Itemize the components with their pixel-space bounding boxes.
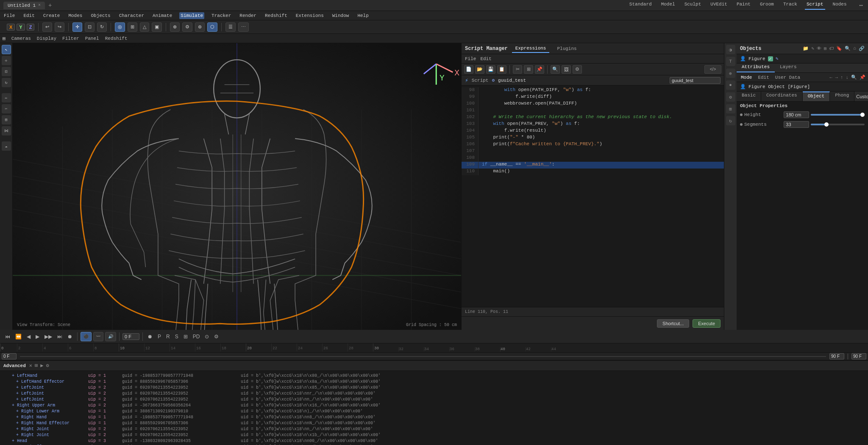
bridge-tool[interactable]: ⋈ bbox=[2, 126, 11, 135]
poly-btn[interactable]: ▣ bbox=[152, 22, 162, 32]
menu-edit[interactable]: Edit bbox=[22, 12, 36, 19]
ri-add-btn[interactable]: ⊕ bbox=[726, 69, 735, 78]
settings-btn[interactable]: ⚙ bbox=[182, 22, 192, 32]
script-misc-btn[interactable]: ⚙ bbox=[573, 65, 582, 74]
height-slider[interactable] bbox=[811, 114, 865, 116]
layers-tab[interactable]: Layers bbox=[775, 64, 802, 72]
tl-config-btn[interactable]: ⚙ bbox=[212, 333, 220, 340]
tl-last-btn[interactable]: ⏭ bbox=[56, 333, 64, 340]
scale-tool[interactable]: ⊡ bbox=[2, 67, 11, 76]
nav-up-btn[interactable]: ↑ bbox=[840, 75, 843, 80]
user-data-btn[interactable]: User Data bbox=[773, 75, 802, 80]
script-open-btn[interactable]: 📂 bbox=[475, 65, 484, 74]
rotate-tool[interactable]: ↻ bbox=[2, 78, 11, 87]
menu-render[interactable]: Render bbox=[238, 12, 258, 19]
line-content-100[interactable]: webbrowser.open(PATH_DIFF) bbox=[479, 101, 577, 108]
line-content-109[interactable]: if __name__ == '__main__': bbox=[479, 162, 555, 169]
mode-model[interactable]: Model bbox=[659, 1, 677, 10]
obj-file-icon[interactable]: 📁 bbox=[803, 46, 809, 51]
obj-view-icon[interactable]: 👁 bbox=[817, 46, 821, 51]
ri-rotate-btn[interactable]: ↻ bbox=[726, 116, 735, 125]
coordinates-tab[interactable]: Coordinates bbox=[761, 91, 803, 101]
console-copy-btn[interactable]: ⊞ bbox=[35, 362, 38, 369]
script-save-btn[interactable]: 💾 bbox=[486, 65, 495, 74]
filter-btn[interactable]: Filter bbox=[62, 36, 79, 41]
script-cut-btn[interactable]: ✂ bbox=[513, 65, 522, 74]
tl-sel-btn[interactable]: ⊙ bbox=[203, 333, 211, 340]
line-content-105[interactable]: print("-" * 80) bbox=[479, 135, 535, 141]
nav-fwd-btn[interactable]: → bbox=[835, 75, 838, 80]
more-btn[interactable]: ⋯ bbox=[238, 22, 249, 32]
line-content-104[interactable]: f.write(result) bbox=[479, 128, 546, 135]
console-settings-btn[interactable]: ⚙ bbox=[46, 362, 49, 369]
mode-uvedit[interactable]: UVEdit bbox=[709, 1, 729, 10]
nav-down-btn[interactable]: ↓ bbox=[846, 75, 849, 80]
redo-btn[interactable]: ↪ bbox=[55, 22, 64, 32]
move-tool[interactable]: ✛ bbox=[2, 56, 11, 65]
edit-btn[interactable]: Edit bbox=[756, 75, 771, 80]
undo-btn[interactable]: ↩ bbox=[42, 22, 52, 32]
tl-pos-btn[interactable]: P bbox=[156, 333, 163, 340]
rotate-tool-btn[interactable]: ↻ bbox=[97, 22, 107, 32]
mode-btn[interactable]: Mode bbox=[739, 75, 754, 80]
tl-sound-btn[interactable]: 🔊 bbox=[105, 332, 116, 341]
display-btn[interactable]: Display bbox=[37, 36, 56, 41]
basic-tab[interactable]: Basic bbox=[737, 91, 761, 101]
segments-slider[interactable] bbox=[811, 124, 865, 125]
ri-circle-btn[interactable]: ● bbox=[726, 80, 735, 90]
line-content-106[interactable]: print(f"Cache written to {PATH_PREV}.") bbox=[479, 141, 602, 148]
tl-scale-tl-btn[interactable]: S bbox=[173, 333, 180, 340]
tl-back-btn[interactable]: ◀ bbox=[25, 333, 32, 340]
coord-z-btn[interactable]: Z bbox=[27, 24, 35, 30]
figure-edit-icon[interactable]: ✎ bbox=[776, 56, 779, 61]
menu-create[interactable]: Create bbox=[42, 12, 61, 19]
mode-track[interactable]: Track bbox=[782, 1, 799, 10]
tl-keys-btn[interactable]: ⚫ bbox=[81, 332, 92, 341]
script-edit-menu[interactable]: Edit bbox=[480, 56, 491, 61]
viewport3d-btn[interactable]: ⬡ bbox=[207, 22, 217, 32]
script-new-btn[interactable]: 📄 bbox=[464, 65, 473, 74]
view-btn[interactable]: ▤ bbox=[3, 36, 6, 41]
tl-track[interactable] bbox=[20, 356, 826, 357]
viewport-container[interactable]: Perspective Default Camera ▾ Y bbox=[13, 43, 461, 330]
coord-x-btn[interactable]: X bbox=[7, 24, 15, 30]
script-find-btn[interactable]: 🔍 bbox=[551, 65, 560, 74]
ri-grid-btn[interactable]: ⊞ bbox=[726, 104, 735, 113]
edges-btn[interactable]: △ bbox=[140, 22, 149, 32]
segments-slider-handle[interactable] bbox=[824, 122, 829, 127]
tl-record-btn[interactable]: ⏺ bbox=[66, 333, 74, 340]
tl-autokey-btn[interactable]: ⏺ bbox=[146, 333, 154, 340]
tl-pd-btn[interactable]: PD bbox=[191, 333, 202, 340]
close-tab-btn[interactable]: × bbox=[38, 3, 41, 8]
menu-animate[interactable]: Animate bbox=[151, 12, 173, 19]
script-paste-btn[interactable]: 📌 bbox=[535, 65, 544, 74]
tl-rot-btn[interactable]: R bbox=[164, 333, 172, 340]
mode-sculpt[interactable]: Sculpt bbox=[683, 1, 703, 10]
ri-gear-btn[interactable]: ⚙ bbox=[726, 92, 735, 102]
obj-tag-icon[interactable]: 🏷 bbox=[829, 46, 834, 51]
points-btn[interactable]: ⊞ bbox=[128, 22, 137, 32]
menu-tracker[interactable]: Tracker bbox=[210, 12, 232, 19]
paint-tool[interactable]: ✏ bbox=[2, 93, 11, 102]
menu-window[interactable]: Window bbox=[331, 12, 351, 19]
execute-btn[interactable]: Execute bbox=[693, 319, 721, 328]
tl-param-btn[interactable]: ⊞ bbox=[182, 333, 189, 340]
mode-nodes[interactable]: Nodes bbox=[831, 1, 849, 10]
search-attr-btn[interactable]: 🔍 bbox=[851, 75, 857, 80]
panel-btn[interactable]: Panel bbox=[85, 36, 99, 41]
phong-tab[interactable]: Phong bbox=[830, 91, 854, 101]
script-copy-btn[interactable]: ⊞ bbox=[524, 65, 533, 74]
height-slider-handle[interactable] bbox=[860, 113, 865, 117]
script-file-menu[interactable]: File bbox=[465, 56, 476, 61]
script-img-btn[interactable]: 🖼 bbox=[562, 65, 571, 74]
obj-object-icon[interactable]: ⊞ bbox=[824, 46, 827, 51]
tl-fwd-btn[interactable]: ▶▶ bbox=[43, 333, 54, 340]
menu-character[interactable]: Character bbox=[118, 12, 145, 19]
console-clear-btn[interactable]: ✕ bbox=[29, 362, 32, 369]
select-tool-btn[interactable]: ↖ bbox=[2, 45, 11, 54]
console-run-btn[interactable]: ▶ bbox=[40, 362, 43, 369]
attributes-tab[interactable]: Attributes bbox=[737, 64, 775, 72]
mode-standard[interactable]: Standard bbox=[628, 1, 654, 10]
knife-tool[interactable]: ✂ bbox=[2, 104, 11, 113]
shortcut-btn[interactable]: Shortcut... bbox=[657, 319, 689, 328]
